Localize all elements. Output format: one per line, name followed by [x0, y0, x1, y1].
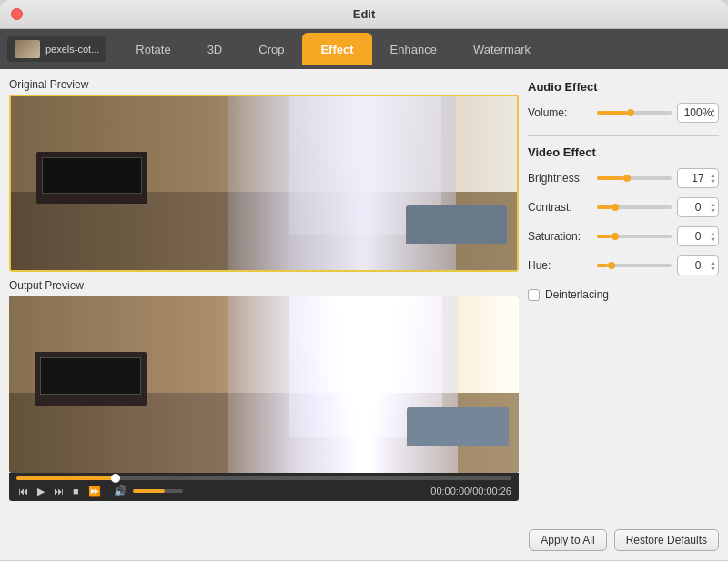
hue-slider-fill: [597, 264, 608, 267]
brightness-slider-thumb: [623, 175, 631, 182]
original-preview-section: Original Preview: [9, 78, 519, 272]
file-thumbnail: pexels-cot...: [7, 36, 106, 62]
volume-up-arrow[interactable]: ▲: [710, 106, 716, 113]
saturation-slider-thumb: [612, 233, 619, 240]
volume-spinner[interactable]: ▲ ▼: [710, 106, 716, 119]
output-preview-image: [9, 296, 519, 473]
progress-bar[interactable]: [16, 476, 511, 480]
video-effect-title: Video Effect: [528, 145, 719, 159]
contrast-slider-thumb: [612, 204, 619, 211]
window-title: Edit: [353, 7, 376, 21]
volume-row: Volume: 100% ▲ ▼: [528, 103, 719, 123]
time-display: 00:00:00/00:00:26: [430, 486, 511, 496]
saturation-slider-track[interactable]: [597, 235, 672, 238]
close-button[interactable]: [11, 8, 23, 20]
output-preview-section: Output Preview: [9, 279, 519, 501]
contrast-spinner[interactable]: ▲ ▼: [710, 201, 716, 214]
volume-slider-fill: [133, 489, 166, 493]
skip-back-button[interactable]: ⏮: [16, 486, 30, 496]
saturation-spinner[interactable]: ▲ ▼: [710, 230, 716, 243]
brightness-value: 17: [692, 172, 703, 185]
volume-slider-track[interactable]: [597, 111, 672, 115]
main-content: Original Preview: [0, 69, 728, 560]
room-scene-original: [11, 96, 517, 270]
contrast-down-arrow[interactable]: ▼: [710, 207, 716, 214]
file-thumb-label: pexels-cot...: [46, 44, 99, 55]
next-frame-button[interactable]: ⏩: [86, 486, 103, 497]
contrast-input[interactable]: 0 ▲ ▼: [677, 197, 719, 217]
saturation-slider-fill: [597, 235, 612, 238]
hue-row: Hue: 0 ▲ ▼: [528, 255, 719, 275]
room-scene-output: [9, 296, 519, 473]
deinterlacing-checkbox[interactable]: [528, 289, 540, 301]
deinterlacing-label: Deinterlacing: [545, 288, 609, 301]
contrast-value: 0: [695, 201, 702, 214]
playbar: ⏮ ▶ ⏭ ■ ⏩ 🔊 00:00:00/00:00:26: [9, 473, 519, 501]
brightness-slider-fill: [597, 176, 623, 180]
hue-spinner[interactable]: ▲ ▼: [710, 259, 716, 272]
saturation-up-arrow[interactable]: ▲: [710, 230, 716, 236]
deinterlacing-row: Deinterlacing: [528, 288, 719, 301]
hue-slider-thumb: [608, 262, 615, 269]
original-preview-label: Original Preview: [9, 78, 519, 91]
restore-defaults-button[interactable]: Restore Defaults: [614, 529, 719, 551]
title-bar: Edit: [0, 0, 728, 29]
volume-input[interactable]: 100% ▲ ▼: [677, 103, 719, 123]
tab-enhance[interactable]: Enhance: [372, 33, 455, 65]
contrast-up-arrow[interactable]: ▲: [710, 201, 716, 207]
progress-fill: [16, 476, 116, 480]
tab-effect[interactable]: Effect: [302, 33, 371, 65]
skip-forward-button[interactable]: ⏭: [52, 486, 66, 496]
volume-slider[interactable]: [133, 489, 183, 493]
tab-watermark[interactable]: Watermark: [455, 33, 549, 65]
saturation-value: 0: [695, 230, 702, 243]
brightness-up-arrow[interactable]: ▲: [710, 172, 716, 178]
brightness-input[interactable]: 17 ▲ ▼: [677, 168, 719, 188]
contrast-row: Contrast: 0 ▲ ▼: [528, 197, 719, 217]
brightness-slider-track[interactable]: [597, 176, 672, 180]
apply-to-all-button[interactable]: Apply to All: [529, 529, 606, 551]
brightness-down-arrow[interactable]: ▼: [710, 178, 716, 185]
saturation-down-arrow[interactable]: ▼: [710, 236, 716, 243]
divider-1: [528, 135, 719, 136]
effect-buttons: Apply to All Restore Defaults: [528, 529, 719, 551]
brightness-label: Brightness:: [528, 172, 592, 185]
volume-slider-thumb: [627, 109, 634, 116]
hue-up-arrow[interactable]: ▲: [710, 259, 716, 265]
file-thumb-image: [15, 40, 40, 58]
hue-input[interactable]: 0 ▲ ▼: [677, 255, 719, 275]
settings-panel: Audio Effect Volume: 100% ▲ ▼ Video Effe…: [528, 78, 719, 551]
preview-panel: Original Preview: [9, 78, 519, 551]
brightness-row: Brightness: 17 ▲ ▼: [528, 168, 719, 188]
output-preview-label: Output Preview: [9, 279, 519, 292]
original-preview-image: [9, 95, 519, 272]
hue-value: 0: [695, 259, 702, 272]
saturation-label: Saturation:: [528, 230, 592, 243]
hue-label: Hue:: [528, 259, 592, 272]
saturation-row: Saturation: 0 ▲ ▼: [528, 226, 719, 246]
tab-rotate[interactable]: Rotate: [117, 33, 188, 65]
contrast-slider-fill: [597, 205, 612, 209]
tab-bar: pexels-cot... Rotate 3D Crop Effect Enha…: [0, 29, 728, 69]
tab-crop[interactable]: Crop: [240, 33, 302, 65]
controls-row: ⏮ ▶ ⏭ ■ ⏩ 🔊 00:00:00/00:00:26: [16, 485, 511, 497]
volume-label: Volume:: [528, 106, 592, 119]
volume-value: 100%: [684, 106, 713, 119]
audio-effect-title: Audio Effect: [528, 80, 719, 94]
brightness-spinner[interactable]: ▲ ▼: [710, 172, 716, 185]
progress-thumb[interactable]: [111, 474, 120, 483]
contrast-label: Contrast:: [528, 201, 592, 214]
main-window: Edit pexels-cot... Rotate 3D Crop Effect…: [0, 0, 728, 561]
hue-down-arrow[interactable]: ▼: [710, 265, 716, 272]
volume-slider-fill: [597, 111, 627, 115]
volume-down-arrow[interactable]: ▼: [710, 113, 716, 119]
stop-button[interactable]: ■: [71, 486, 81, 496]
play-button[interactable]: ▶: [35, 486, 46, 497]
tab-3d[interactable]: 3D: [189, 33, 241, 65]
saturation-input[interactable]: 0 ▲ ▼: [677, 226, 719, 246]
hue-slider-track[interactable]: [597, 264, 672, 267]
contrast-slider-track[interactable]: [597, 205, 672, 209]
volume-icon: 🔊: [114, 485, 127, 497]
